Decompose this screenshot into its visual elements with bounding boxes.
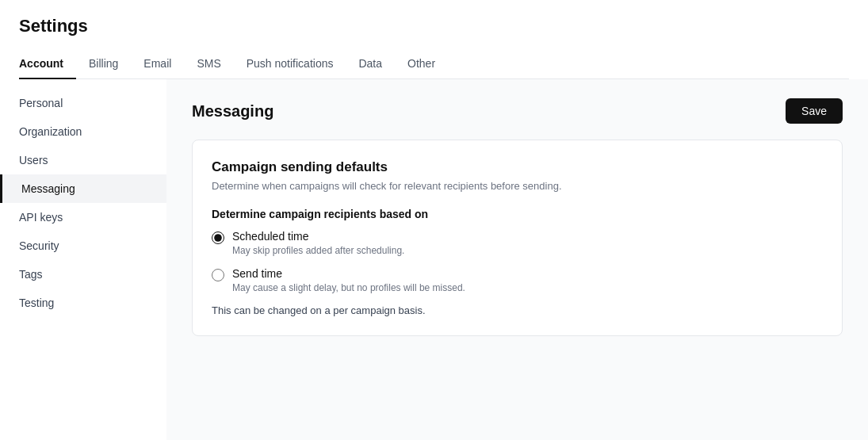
radio-option-scheduled-time: Scheduled time May skip profiles added a… (212, 230, 823, 256)
field-label: Determine campaign recipients based on (212, 208, 823, 220)
sidebar-item-organization[interactable]: Organization (0, 117, 166, 146)
radio-send-time-hint: May cause a slight delay, but no profile… (232, 282, 465, 293)
content-area: Personal Organization Users Messaging AP… (0, 79, 868, 440)
tab-billing[interactable]: Billing (76, 49, 131, 79)
radio-send-time-label: Send time (232, 267, 465, 280)
radio-send-time[interactable] (212, 269, 224, 281)
sidebar-item-tags[interactable]: Tags (0, 260, 166, 289)
top-nav: Account Billing Email SMS Push notificat… (19, 49, 849, 79)
card-title: Campaign sending defaults (212, 159, 823, 175)
campaign-defaults-card: Campaign sending defaults Determine when… (192, 140, 843, 336)
tab-account[interactable]: Account (19, 49, 76, 79)
sidebar-item-personal[interactable]: Personal (0, 89, 166, 117)
tab-data[interactable]: Data (346, 49, 395, 79)
tab-email[interactable]: Email (131, 49, 184, 79)
page-title: Settings (19, 16, 849, 36)
save-button[interactable]: Save (786, 98, 843, 124)
sidebar-item-testing[interactable]: Testing (0, 289, 166, 317)
main-content: Messaging Save Campaign sending defaults… (166, 79, 868, 440)
radio-option-send-time-content: Send time May cause a slight delay, but … (232, 267, 465, 293)
radio-scheduled-time-label: Scheduled time (232, 230, 404, 243)
page-header: Settings Account Billing Email SMS Push … (0, 0, 868, 79)
radio-scheduled-time-hint: May skip profiles added after scheduling… (232, 245, 404, 256)
sidebar-item-api-keys[interactable]: API keys (0, 203, 166, 231)
sidebar: Personal Organization Users Messaging AP… (0, 79, 166, 440)
main-header: Messaging Save (192, 98, 843, 124)
sidebar-item-security[interactable]: Security (0, 231, 166, 260)
radio-option-scheduled-time-content: Scheduled time May skip profiles added a… (232, 230, 404, 256)
radio-option-send-time: Send time May cause a slight delay, but … (212, 267, 823, 293)
tab-sms[interactable]: SMS (184, 49, 233, 79)
tab-push-notifications[interactable]: Push notifications (234, 49, 346, 79)
card-footer-note: This can be changed on a per campaign ba… (212, 304, 823, 316)
main-content-title: Messaging (192, 102, 273, 121)
sidebar-item-messaging[interactable]: Messaging (0, 174, 166, 203)
tab-other[interactable]: Other (395, 49, 448, 79)
card-description: Determine when campaigns will check for … (212, 180, 823, 192)
sidebar-item-users[interactable]: Users (0, 146, 166, 174)
radio-scheduled-time[interactable] (212, 231, 224, 244)
